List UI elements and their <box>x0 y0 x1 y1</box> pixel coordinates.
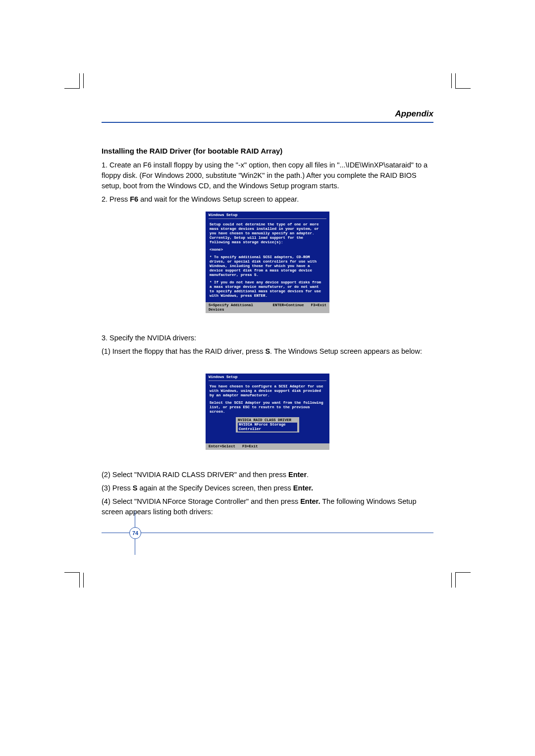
text: again at the Specify Devices screen, the… <box>138 484 293 492</box>
paragraph-step3-2: (2) Select "NVIDIA RAID CLASS DRIVER" an… <box>102 470 433 480</box>
setup-body: You have chosen to configure a SCSI Adap… <box>206 382 329 443</box>
text: and wait for the Windows Setup screen to… <box>138 195 299 203</box>
text: . The Windows Setup screen appears as be… <box>270 347 422 355</box>
setup-line: Setup could not determine the type of on… <box>210 222 325 245</box>
setup-line: * To specify additional SCSI adapters, C… <box>210 255 325 277</box>
setup-title: Windows Setup <box>206 374 329 380</box>
paragraph-step1: 1. Create an F6 install floppy by using … <box>102 160 433 191</box>
setup-line: Select the SCSI Adapter you want from th… <box>210 401 325 414</box>
text: (2) Select "NVIDIA RAID CLASS DRIVER" an… <box>102 471 288 479</box>
crop-mark-bl <box>64 572 80 588</box>
text: (1) Insert the floppy that has the RAID … <box>102 347 265 355</box>
setup-title: Windows Setup <box>206 212 329 218</box>
key-s: S <box>265 347 270 355</box>
key-enter: Enter. <box>293 484 313 492</box>
driver-option-selected: NVIDIA RAID CLASS DRIVER <box>238 418 297 423</box>
key-enter: Enter. <box>300 497 320 505</box>
footer-key-enter: Enter=Select <box>209 444 235 449</box>
page-content: Appendix Installing the RAID Driver (for… <box>102 109 433 520</box>
key-f6: F6 <box>130 195 138 203</box>
setup-body: Setup could not determine the type of on… <box>206 220 329 302</box>
crop-mark-tl <box>64 73 80 89</box>
paragraph-step2: 2. Press F6 and wait for the Windows Set… <box>102 194 433 205</box>
crop-mark-tr <box>455 73 471 89</box>
footer-key-f3: F3=Exit <box>311 303 326 312</box>
setup-footer: Enter=Select F3=Exit <box>206 443 329 450</box>
text: (3) Press <box>102 484 133 492</box>
text: (4) Select "NVIDIA NForce Storage Contro… <box>102 497 300 505</box>
divider <box>209 218 326 219</box>
footer-key-s: S=Specify Additional Devices <box>209 303 266 312</box>
footer-hline <box>102 533 433 533</box>
setup-line: You have chosen to configure a SCSI Adap… <box>210 384 325 398</box>
footer-key-enter: ENTER=Continue <box>272 303 304 312</box>
page-number: 74 <box>129 527 141 539</box>
paragraph-step3: 3. Specify the NVIDIA drivers: <box>102 333 433 343</box>
windows-setup-screen-1: Windows Setup Setup could not determine … <box>206 212 329 313</box>
paragraph-step3-3: (3) Press S again at the Specify Devices… <box>102 483 433 493</box>
crop-mark-br <box>455 572 471 588</box>
divider <box>209 380 326 381</box>
setup-line: * If you do not have any device support … <box>210 280 325 298</box>
driver-list: NVIDIA RAID CLASS DRIVER NVIDIA NForce S… <box>236 417 299 432</box>
page-footer: 74 <box>102 526 433 540</box>
windows-setup-screen-2: Windows Setup You have chosen to configu… <box>206 374 329 450</box>
paragraph-step3-4: (4) Select "NVIDIA NForce Storage Contro… <box>102 496 433 517</box>
key-s: S <box>133 484 138 492</box>
footer-key-f3: F3=Exit <box>242 444 258 449</box>
setup-none: <none> <box>210 248 325 252</box>
driver-option: NVIDIA NForce Storage Controller <box>238 423 297 432</box>
paragraph-step3-1: (1) Insert the floppy that has the RAID … <box>102 346 433 357</box>
setup-footer: S=Specify Additional Devices ENTER=Conti… <box>206 302 329 313</box>
text: . <box>307 471 309 479</box>
text: 2. Press <box>102 195 130 203</box>
section-heading: Installing the RAID Driver (for bootable… <box>102 147 433 155</box>
page-header: Appendix <box>102 109 433 123</box>
key-enter: Enter <box>288 471 307 479</box>
